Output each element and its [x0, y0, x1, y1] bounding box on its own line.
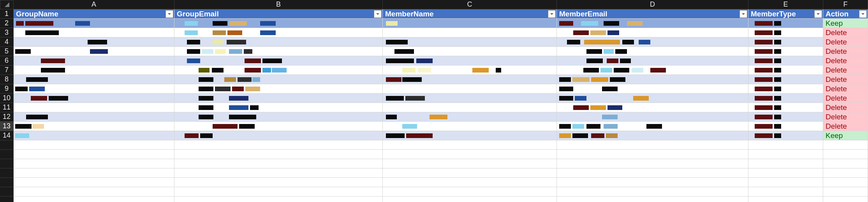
cell-D7[interactable]: [557, 66, 748, 75]
empty-cell[interactable]: [383, 168, 557, 178]
cell-F12[interactable]: Delete: [823, 112, 868, 122]
column-header-A[interactable]: A: [14, 0, 174, 9]
cell-B11[interactable]: [174, 103, 383, 112]
empty-cell[interactable]: [383, 178, 557, 187]
cell-A1[interactable]: GroupName: [14, 9, 174, 19]
row-header-empty[interactable]: [0, 140, 14, 150]
cell-D12[interactable]: [557, 112, 748, 122]
cell-D4[interactable]: [557, 37, 748, 47]
cell-E11[interactable]: [748, 103, 823, 112]
cell-F2[interactable]: Keep: [823, 19, 868, 28]
column-header-B[interactable]: B: [174, 0, 383, 9]
empty-cell[interactable]: [823, 178, 868, 187]
cell-C4[interactable]: [383, 37, 557, 47]
row-header-9[interactable]: 9: [0, 84, 14, 94]
cell-D6[interactable]: [557, 56, 748, 66]
cell-A6[interactable]: [14, 56, 174, 66]
empty-cell[interactable]: [383, 187, 557, 197]
cell-E8[interactable]: [748, 75, 823, 84]
cell-B3[interactable]: [174, 28, 383, 37]
empty-cell[interactable]: [174, 150, 383, 159]
cell-A12[interactable]: [14, 112, 174, 122]
empty-cell[interactable]: [823, 150, 868, 159]
cell-A3[interactable]: [14, 28, 174, 37]
empty-cell[interactable]: [557, 159, 748, 168]
cell-D9[interactable]: [557, 84, 748, 94]
cell-D2[interactable]: [557, 19, 748, 28]
cell-B2[interactable]: [174, 19, 383, 28]
cell-D1[interactable]: MemberEmail: [557, 9, 748, 19]
filter-dropdown-icon[interactable]: [814, 10, 822, 18]
filter-dropdown-icon[interactable]: [859, 10, 867, 18]
cell-A14[interactable]: [14, 131, 174, 140]
cell-D3[interactable]: [557, 28, 748, 37]
empty-cell[interactable]: [174, 159, 383, 168]
cell-C13[interactable]: [383, 122, 557, 131]
row-header-12[interactable]: 12: [0, 112, 14, 122]
cell-E2[interactable]: [748, 19, 823, 28]
empty-cell[interactable]: [748, 178, 823, 187]
empty-cell[interactable]: [748, 187, 823, 197]
cell-C2[interactable]: [383, 19, 557, 28]
cell-F7[interactable]: Delete: [823, 66, 868, 75]
empty-cell[interactable]: [383, 159, 557, 168]
empty-cell[interactable]: [823, 159, 868, 168]
empty-cell[interactable]: [557, 168, 748, 178]
row-header-14[interactable]: 14: [0, 131, 14, 140]
cell-E13[interactable]: [748, 122, 823, 131]
row-header-11[interactable]: 11: [0, 103, 14, 112]
filter-dropdown-icon[interactable]: [374, 10, 382, 18]
cell-F11[interactable]: Delete: [823, 103, 868, 112]
cell-D8[interactable]: [557, 75, 748, 84]
cell-A9[interactable]: [14, 84, 174, 94]
row-header-empty[interactable]: [0, 187, 14, 197]
cell-F13[interactable]: Delete: [823, 122, 868, 131]
cell-C3[interactable]: [383, 28, 557, 37]
empty-cell[interactable]: [14, 140, 174, 150]
empty-cell[interactable]: [823, 168, 868, 178]
empty-cell[interactable]: [174, 168, 383, 178]
cell-C11[interactable]: [383, 103, 557, 112]
cell-E7[interactable]: [748, 66, 823, 75]
empty-cell[interactable]: [748, 197, 823, 202]
filter-dropdown-icon[interactable]: [739, 10, 747, 18]
cell-B13[interactable]: [174, 122, 383, 131]
cell-A10[interactable]: [14, 94, 174, 103]
cell-A2[interactable]: [14, 19, 174, 28]
empty-cell[interactable]: [557, 150, 748, 159]
row-header-empty[interactable]: [0, 159, 14, 168]
empty-cell[interactable]: [557, 197, 748, 202]
empty-cell[interactable]: [823, 187, 868, 197]
cell-A7[interactable]: [14, 66, 174, 75]
cell-A11[interactable]: [14, 103, 174, 112]
cell-C10[interactable]: [383, 94, 557, 103]
row-header-6[interactable]: 6: [0, 56, 14, 66]
empty-cell[interactable]: [557, 187, 748, 197]
empty-cell[interactable]: [174, 187, 383, 197]
cell-B9[interactable]: [174, 84, 383, 94]
column-header-D[interactable]: D: [557, 0, 748, 9]
empty-cell[interactable]: [14, 197, 174, 202]
row-header-7[interactable]: 7: [0, 66, 14, 75]
column-header-C[interactable]: C: [383, 0, 557, 9]
row-header-3[interactable]: 3: [0, 28, 14, 37]
empty-cell[interactable]: [174, 140, 383, 150]
cell-C7[interactable]: [383, 66, 557, 75]
row-header-4[interactable]: 4: [0, 37, 14, 47]
cell-E12[interactable]: [748, 112, 823, 122]
cell-E9[interactable]: [748, 84, 823, 94]
cell-F4[interactable]: Delete: [823, 37, 868, 47]
empty-cell[interactable]: [557, 140, 748, 150]
row-header-10[interactable]: 10: [0, 94, 14, 103]
cell-D13[interactable]: [557, 122, 748, 131]
empty-cell[interactable]: [748, 150, 823, 159]
cell-E1[interactable]: MemberType: [748, 9, 823, 19]
empty-cell[interactable]: [557, 178, 748, 187]
empty-cell[interactable]: [748, 159, 823, 168]
row-header-empty[interactable]: [0, 197, 14, 202]
row-header-empty[interactable]: [0, 178, 14, 187]
row-header-8[interactable]: 8: [0, 75, 14, 84]
cell-C14[interactable]: [383, 131, 557, 140]
cell-B10[interactable]: [174, 94, 383, 103]
cell-A13[interactable]: [14, 122, 174, 131]
